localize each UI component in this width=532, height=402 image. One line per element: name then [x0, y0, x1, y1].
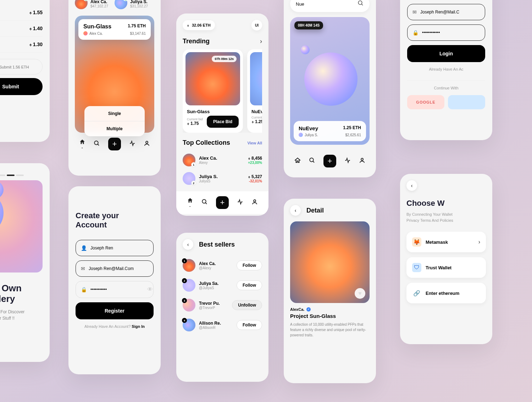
trending-scroll[interactable]: 07h 09m 12s Sun-Glass Current bid1.75 Pl… — [183, 49, 262, 133]
bottom-tabbar: + — [176, 191, 268, 214]
wallet-title: Choose W — [406, 199, 486, 208]
seller-row[interactable]: 1Alex Ca.@AlexyFollow — [183, 255, 262, 275]
nft-info-card: NuEvey1.25 ETH Juliya S.$2,625.61 — [294, 121, 366, 141]
pagination-dots[interactable] — [0, 175, 43, 176]
gallery-hero-image — [0, 180, 43, 272]
seller-row[interactable]: 2Juliya Sa.@JuliyaSFollow — [183, 275, 262, 295]
tab-add[interactable]: + — [216, 196, 229, 209]
tab-add[interactable]: + — [108, 138, 121, 150]
register-button[interactable]: Register — [76, 302, 154, 319]
search-field[interactable] — [290, 0, 370, 12]
google-login-button[interactable]: GOOGLE — [407, 95, 444, 109]
best-sellers-card: Best Sellers ✓ Alex Ca.$47,102.27 ✓ Juli… — [68, 0, 161, 176]
submit-button[interactable]: Submit — [0, 78, 43, 95]
seller-row[interactable]: 3Trevor Pu.@TrevorPUnfollow — [183, 295, 262, 315]
back-button[interactable]: ‹ — [183, 239, 193, 250]
wallet-option-ethereum[interactable]: 🔗Enter ethereum — [406, 283, 486, 303]
bid-amount: 1.40 — [29, 26, 43, 31]
tab-home[interactable] — [79, 139, 85, 149]
trending-nft-card[interactable]: NuEvey Current bid1.25 — [247, 49, 262, 133]
name-field[interactable]: 👤 — [76, 240, 154, 256]
wallet-option-metamask[interactable]: 🦊Metamask› — [406, 232, 486, 252]
nft-hero[interactable]: 08H 40M 14S NuEvey1.25 ETH Juliya S.$2,6… — [290, 17, 370, 145]
back-button[interactable]: ‹ — [406, 180, 417, 191]
creator-label[interactable]: AlexCa.✓ — [290, 307, 370, 312]
verified-check-icon: ✓ — [306, 307, 311, 312]
follow-button[interactable]: Follow — [237, 260, 262, 270]
bid-input-wrapper[interactable] — [0, 59, 43, 75]
lock-icon: 🔒 — [412, 30, 419, 35]
search-icon[interactable] — [358, 0, 364, 8]
signin-prompt: Already Have An Account? Sign In — [76, 324, 154, 329]
tab-profile[interactable] — [359, 157, 365, 165]
metamask-icon: 🦊 — [412, 237, 421, 247]
bid-amount: 1.55 — [29, 10, 43, 15]
project-desc: A collection of 10,000 utility-enabled P… — [290, 322, 370, 338]
choose-wallet-card: ‹ Choose W By Connecting Your Wallet Pri… — [400, 174, 492, 344]
detail-hero: ♥ — [290, 221, 370, 303]
tab-profile[interactable] — [144, 140, 150, 148]
tab-add[interactable]: + — [323, 155, 336, 167]
gallery-title: Your Own GTallery — [0, 283, 43, 304]
password-field[interactable]: 🔒👁 — [76, 281, 154, 298]
trending-card: 32.06 ETH UI Trending› 07h 09m 12s Sun-G… — [176, 13, 268, 216]
bottom-tabbar: + — [290, 150, 370, 167]
wallet-option-trust[interactable]: 🛡Trust Wallet — [406, 257, 486, 278]
apple-login-button[interactable] — [448, 95, 485, 109]
tab-activity[interactable] — [344, 157, 351, 165]
search-result-card: 08H 40M 14S NuEvey1.25 ETH Juliya S.$2,6… — [284, 0, 376, 177]
login-card: Account ✉ 🔒 Login Already Have An Ac Con… — [400, 0, 492, 140]
heart-icon[interactable]: ♥ — [355, 288, 365, 299]
best-sellers-title: Best sellers — [199, 241, 235, 248]
unfollow-button[interactable]: Unfollow — [232, 300, 262, 310]
trending-nft-card[interactable]: 07h 09m 12s Sun-Glass Current bid1.75 Pl… — [183, 49, 243, 133]
seller-avatar — [115, 0, 127, 9]
history-row: 22 at 6:08 1.30 — [0, 37, 43, 53]
gallery-desc: at Platform For Discover s And Other Stu… — [0, 309, 43, 321]
detail-card: ‹Detail ♥ AlexCa.✓ Project Sun-Glass A c… — [284, 199, 376, 383]
search-input[interactable] — [296, 1, 358, 7]
ui-badge[interactable]: UI — [251, 20, 262, 31]
countdown-badge: 07h 09m 12s — [212, 56, 237, 62]
place-bid-button[interactable]: Place Bid — [207, 116, 239, 128]
follow-button[interactable]: Follow — [237, 320, 262, 330]
tab-search[interactable] — [94, 140, 100, 148]
popup-option-single[interactable]: Single — [84, 106, 145, 121]
tab-profile[interactable] — [251, 199, 258, 207]
history-row: 22 at 12:08 1.40 — [0, 21, 43, 37]
popup-option-multiple[interactable]: Multiple — [84, 121, 145, 136]
already-have-prompt: Already Have An Ac — [407, 67, 485, 71]
signin-link[interactable]: Sign In — [132, 324, 145, 329]
collection-row[interactable]: 1 Alex Ca.Alexy 8,456+23,00% — [183, 151, 262, 169]
history-of-bid-card: tory of Bid ct 14, 2022 22 at 12:08 1.55… — [0, 0, 50, 142]
bid-input[interactable] — [0, 65, 37, 69]
chevron-right-icon: › — [478, 239, 480, 245]
tab-activity[interactable] — [237, 199, 243, 207]
seller-chip[interactable]: ✓ Alex Ca.$47,102.27 — [75, 0, 108, 11]
featured-nft[interactable]: Sun-Glass1.75 ETH Alex Ca.$3,147.61 Sing… — [75, 16, 154, 133]
follow-button[interactable]: Follow — [237, 280, 262, 290]
bid-amount: 1.30 — [29, 42, 43, 47]
mail-icon: ✉ — [81, 266, 85, 271]
create-type-popup: Single Multiple — [84, 106, 145, 136]
eth-balance-badge[interactable]: 32.06 ETH — [183, 20, 215, 30]
tab-activity[interactable] — [129, 140, 135, 148]
tab-search[interactable] — [309, 157, 315, 165]
view-all-link[interactable]: View All — [247, 141, 262, 145]
seller-row[interactable]: 4Allison Re.@AllisonRFollow — [183, 315, 262, 335]
chevron-right-icon[interactable]: › — [260, 38, 262, 45]
eye-off-icon[interactable]: 👁 — [147, 286, 153, 293]
tab-home[interactable] — [294, 157, 301, 165]
collection-row[interactable]: 2 Juliya S.JuliyaS 5,327-32,01% — [183, 169, 262, 188]
email-field[interactable]: ✉ — [76, 260, 154, 277]
tab-home[interactable] — [187, 197, 193, 208]
login-password-field[interactable]: 🔒 — [407, 24, 485, 41]
countdown-badge: 08H 40M 14S — [294, 21, 323, 29]
seller-chip[interactable]: ✓ Juliya S.$31,102.27 — [115, 0, 148, 11]
gallery-onboarding-card: Your Own GTallery at Platform For Discov… — [0, 163, 50, 362]
back-button[interactable]: ‹ — [290, 205, 301, 216]
link-icon: 🔗 — [412, 288, 421, 298]
login-email-field[interactable]: ✉ — [407, 4, 485, 20]
login-button[interactable]: Login — [407, 45, 485, 62]
tab-search[interactable] — [201, 199, 208, 207]
